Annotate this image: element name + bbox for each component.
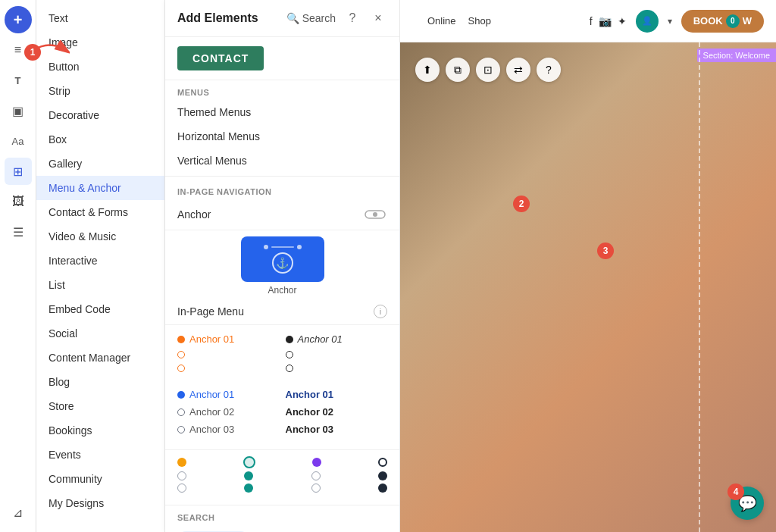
instagram-icon[interactable]: 📷	[599, 15, 612, 27]
anchor-list-item-black-2[interactable]	[286, 349, 388, 361]
site-search-chip-wrap: Site Search	[165, 525, 399, 532]
book-button[interactable]: BOOK 0 W	[681, 10, 764, 33]
element-image[interactable]: Image	[36, 30, 164, 55]
help-canvas-icon[interactable]: ?	[537, 58, 561, 82]
bullet-icon	[177, 408, 185, 416]
duplicate-icon[interactable]: ⧉	[446, 58, 470, 82]
step-badge-1: 1	[24, 44, 41, 61]
anchor-list-item-orange-1[interactable]: Anchor 01	[177, 331, 280, 347]
element-list[interactable]: List	[36, 273, 164, 297]
search-section-header: SEARCH	[165, 505, 399, 525]
section-welcome-label: Section: Welcome	[697, 49, 776, 62]
element-my-designs[interactable]: My Designs	[36, 491, 164, 515]
bullet-icon	[177, 365, 185, 372]
element-menu-anchor[interactable]: Menu & Anchor	[36, 176, 164, 200]
anchor-label: Anchor 01	[189, 389, 234, 400]
toolbar-text-btn[interactable]: T	[5, 67, 32, 94]
toolbar-gallery-btn[interactable]: 🖼	[5, 188, 32, 215]
anchor-list-item-orange-3[interactable]	[177, 362, 280, 374]
toolbar-list-btn[interactable]: ☰	[5, 218, 32, 246]
anchor-nav-icon	[363, 205, 387, 224]
step-badge-1-wrap: 1	[24, 44, 41, 61]
anchor-list-col2: Anchor 01 Anchor 02 Anchor 03	[286, 386, 388, 437]
anchor-list-bold-3[interactable]: Anchor 03	[286, 421, 388, 437]
add-element-button[interactable]: +	[5, 6, 32, 33]
dot-outline-gray-4[interactable]	[311, 483, 321, 493]
dot-dark-fill-2[interactable]	[378, 483, 387, 493]
avatar[interactable]: 👤	[636, 10, 659, 33]
element-decorative[interactable]: Decorative	[36, 103, 164, 127]
anchor-list-item-black-1[interactable]: Anchor 01	[286, 331, 388, 347]
cart-badge: 0	[726, 14, 740, 28]
dot-dark-fill-1[interactable]	[378, 471, 387, 480]
element-contact-forms[interactable]: Contact & Forms	[36, 200, 164, 224]
vertical-menus-item[interactable]: Vertical Menus	[165, 149, 399, 173]
dot-outline-gray-3[interactable]	[177, 483, 186, 493]
anchor-list-bold-2[interactable]: Anchor 02	[286, 404, 388, 420]
element-button[interactable]: Button	[36, 55, 164, 79]
dot-teal-fill-2[interactable]	[244, 483, 253, 493]
swap-icon[interactable]: ⇄	[506, 58, 530, 82]
move-up-icon[interactable]: ⬆	[415, 58, 440, 82]
element-store[interactable]: Store	[36, 394, 164, 418]
anchor-list-item-black-3[interactable]	[286, 362, 388, 374]
contact-button-preview[interactable]: CONTACT	[177, 46, 264, 70]
anchor-widget-preview[interactable]: ⚓ Anchor	[165, 230, 399, 299]
crop-icon[interactable]: ⊡	[476, 58, 500, 82]
dot-teal-outline[interactable]	[243, 456, 255, 468]
panel-container: Text Image Button Strip Decorative Box G…	[36, 0, 400, 532]
anchor-list-blue-2[interactable]: Anchor 02	[177, 404, 280, 420]
help-button[interactable]: ?	[343, 9, 361, 27]
close-button[interactable]: ×	[369, 9, 387, 27]
dot-teal-fill-1[interactable]	[244, 471, 253, 480]
element-content-manager[interactable]: Content Manager	[36, 346, 164, 370]
popup-content: CONTACT MENUS Themed Menus Horizontal Me…	[165, 37, 399, 532]
nav-online[interactable]: Online	[427, 15, 456, 27]
dot-yellow[interactable]	[177, 458, 186, 467]
element-interactive[interactable]: Interactive	[36, 249, 164, 273]
element-blog[interactable]: Blog	[36, 370, 164, 394]
element-strip[interactable]: Strip	[36, 79, 164, 103]
toolbar-apps-btn[interactable]: ⊞	[5, 158, 32, 185]
canvas-toolbar-overlay: ⬆ ⧉ ⊡ ⇄ ?	[415, 58, 561, 82]
in-page-menu-info-icon[interactable]: i	[374, 305, 387, 318]
anchor-list-blue-3[interactable]: Anchor 03	[177, 421, 280, 437]
anchor-list-blue-1[interactable]: Anchor 01	[177, 386, 280, 402]
dot-dark-outline[interactable]	[378, 458, 387, 467]
elements-panel: Text Image Button Strip Decorative Box G…	[36, 0, 165, 532]
dot-purple[interactable]	[312, 458, 321, 467]
element-events[interactable]: Events	[36, 443, 164, 467]
element-text[interactable]: Text	[36, 6, 164, 30]
popup-header-actions: 🔍 Search ? ×	[286, 9, 387, 27]
element-video-music[interactable]: Video & Music	[36, 224, 164, 249]
anchor-list-options-row: Anchor 01 Anchor 02 Anchor 03	[177, 386, 387, 437]
themed-menus-item[interactable]: Themed Menus	[165, 100, 399, 124]
search-button[interactable]: 🔍 Search	[286, 12, 336, 24]
step-badge-2: 2	[513, 196, 530, 212]
nav-shop[interactable]: Shop	[468, 15, 491, 27]
toolbar-media-btn[interactable]: ▣	[5, 97, 32, 124]
bullet-icon	[177, 426, 185, 433]
anchor-item-label: Anchor 01	[298, 333, 343, 345]
element-community[interactable]: Community	[36, 467, 164, 491]
search-label: Search	[302, 12, 336, 24]
element-embed-code[interactable]: Embed Code	[36, 297, 164, 321]
element-bookings[interactable]: Bookings	[36, 418, 164, 443]
yelp-icon[interactable]: ✦	[618, 15, 627, 27]
element-gallery[interactable]: Gallery	[36, 152, 164, 176]
bullet-icon	[177, 351, 185, 358]
facebook-icon[interactable]: f	[590, 15, 593, 27]
element-box[interactable]: Box	[36, 127, 164, 152]
toolbar-layers-btn[interactable]: ⊿	[5, 499, 32, 526]
anchor-nav-row: Anchor	[165, 199, 399, 230]
dot-outline-gray-2[interactable]	[311, 471, 321, 480]
left-toolbar: + ≡ T ▣ Aa ⊞ 🖼 ☰ ⊿	[0, 0, 36, 532]
anchor-label: Anchor 02	[286, 406, 334, 418]
horizontal-menus-item[interactable]: Horizontal Menus	[165, 124, 399, 149]
dot-outline-gray-1[interactable]	[177, 471, 186, 480]
anchor-list-item-orange-2[interactable]	[177, 349, 280, 361]
element-social[interactable]: Social	[36, 321, 164, 346]
toolbar-font-btn[interactable]: Aa	[5, 127, 32, 155]
step-badge-3: 3	[597, 243, 614, 259]
anchor-list-bold-1[interactable]: Anchor 01	[286, 386, 388, 402]
